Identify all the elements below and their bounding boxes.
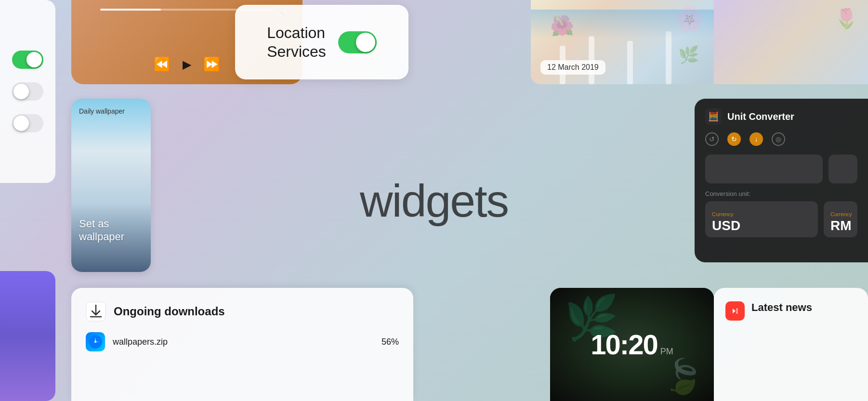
toggles-panel — [0, 0, 55, 183]
svg-rect-7 — [736, 312, 738, 313]
downloads-icon — [86, 301, 106, 322]
unit-converter-icons-row: ↺ ↻ ↓ ◎ — [705, 132, 857, 146]
download-filename: wallpapers.zip — [113, 337, 374, 347]
toggle-2-knob — [13, 84, 29, 99]
unit-converter-header: 🧮 Unit Converter — [705, 108, 857, 125]
purple-widget — [0, 271, 55, 401]
toggle-3[interactable] — [12, 114, 43, 132]
photo-date-badge: 12 March 2019 — [540, 60, 605, 75]
clock-time: 10:20 — [591, 331, 657, 359]
currency-tag-2: Currency — [830, 211, 851, 217]
downloads-widget: Ongoing downloads wallpapers.zip 56% — [71, 288, 413, 401]
photo-widget: 🌸 🌺 🌿 12 March 2019 — [531, 0, 714, 84]
fast-forward-button[interactable]: ⏩ — [203, 56, 220, 72]
conversion-unit-label: Conversion unit: — [705, 190, 857, 197]
pillar3 — [627, 41, 633, 84]
clock-ampm: PM — [660, 347, 673, 357]
wallpaper-set-label[interactable]: Set as wallpaper — [79, 218, 124, 243]
compass-icon[interactable]: ◎ — [772, 132, 785, 146]
refresh-icon[interactable]: ↺ — [705, 132, 719, 146]
unit-input-2-partial — [829, 155, 857, 183]
location-services-toggle[interactable] — [338, 31, 377, 53]
right-photo-decor: 🌷 — [834, 7, 858, 30]
svg-rect-6 — [736, 310, 738, 311]
calculator-icon: 🧮 — [708, 111, 719, 122]
location-toggle-knob — [356, 33, 375, 52]
toggle-1[interactable] — [12, 51, 43, 69]
rotate-icon-1[interactable]: ↻ — [727, 132, 741, 146]
decor-icon3: 🌿 — [678, 45, 699, 65]
location-services-label: Location Services — [267, 24, 326, 61]
svg-point-3 — [94, 341, 96, 343]
wallpaper-widget: Daily wallpaper Set as wallpaper — [71, 99, 151, 272]
rotate-icon-2[interactable]: ↓ — [750, 132, 763, 146]
latest-news-widget: Latest news — [714, 288, 868, 401]
news-app-icon — [725, 301, 745, 321]
news-title: Latest news — [751, 301, 812, 314]
currency-box-usd[interactable]: Currency USD — [705, 201, 818, 237]
progress-fill — [100, 9, 161, 11]
currency-value-usd: USD — [712, 218, 811, 233]
download-percent: 56% — [381, 337, 399, 347]
right-photo-widget: 🌷 — [714, 0, 868, 84]
toggle-list — [12, 51, 43, 132]
pillar4 — [666, 31, 671, 84]
unit-converter-widget: 🧮 Unit Converter ↺ ↻ ↓ ◎ Conversion unit… — [695, 99, 868, 262]
media-controls: ⏪ ▶ ⏩ — [154, 56, 220, 72]
wallpaper-label: Daily wallpaper — [79, 107, 125, 115]
download-item: wallpapers.zip 56% — [86, 332, 399, 351]
play-button[interactable]: ▶ — [183, 58, 191, 71]
main-widgets-heading: widgets — [360, 174, 508, 227]
currency-row: Currency USD Currency RM — [705, 201, 857, 237]
location-services-widget: Location Services — [235, 5, 408, 79]
safari-icon — [86, 332, 105, 351]
sea-gradient — [531, 10, 714, 39]
downloads-header: Ongoing downloads — [86, 301, 399, 322]
unit-converter-inputs — [705, 155, 857, 183]
unit-converter-title: Unit Converter — [727, 111, 794, 122]
rewind-button[interactable]: ⏪ — [154, 56, 171, 72]
toggle-1-knob — [26, 52, 42, 67]
clock-widget: 🌿 🍃 10:20 PM — [550, 288, 714, 401]
currency-tag-1: Currency — [712, 211, 811, 217]
downloads-title: Ongoing downloads — [114, 305, 225, 318]
toggle-2[interactable] — [12, 82, 43, 101]
unit-converter-icon: 🧮 — [705, 108, 722, 125]
currency-box-rm[interactable]: Currency RM — [824, 201, 857, 237]
svg-rect-5 — [736, 309, 738, 310]
clock-leaf-decor2: 🍃 — [662, 357, 704, 396]
currency-value-rm: RM — [830, 218, 851, 233]
unit-input-1[interactable] — [705, 155, 823, 183]
toggle-3-knob — [13, 116, 29, 131]
